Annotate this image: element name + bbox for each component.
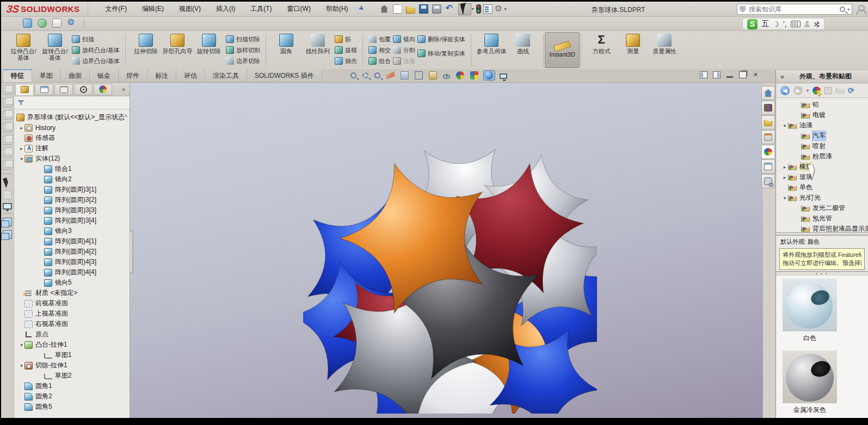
close-icon[interactable] xyxy=(752,71,760,78)
ribbon-button[interactable]: 拔模 xyxy=(335,45,357,55)
graphics-viewport[interactable] xyxy=(130,83,763,418)
dropdown-caret-icon[interactable]: ▾ xyxy=(504,7,507,11)
ribbon-button[interactable]: Σ 方程式 xyxy=(586,32,617,68)
save-icon[interactable] xyxy=(418,3,430,15)
ribbon-button[interactable]: 参考几何体 xyxy=(476,32,507,68)
featuremanager-tab-icon[interactable] xyxy=(15,84,34,95)
restore-icon[interactable] xyxy=(739,71,747,78)
ribbon-button[interactable]: 抽壳 xyxy=(335,56,357,66)
ribbon-button[interactable]: 曲线 xyxy=(507,32,539,68)
expander-icon[interactable] xyxy=(19,156,24,162)
tree-item[interactable]: 阵列(圆周)4[2] xyxy=(14,247,130,257)
tree-item[interactable]: 实体(12) xyxy=(14,153,130,164)
command-tab[interactable]: 特征 xyxy=(3,69,32,82)
ime-wrench-icon[interactable]: ⚒ xyxy=(812,21,821,27)
history-caret-icon[interactable]: ▾ xyxy=(807,88,809,93)
ime-punctuation-icon[interactable]: ’, xyxy=(783,20,787,28)
appearance-tree-item[interactable]: 喷射 xyxy=(776,141,868,151)
appearance-tree-item[interactable]: 铅 xyxy=(776,100,868,110)
appearance-tree-item[interactable]: 汽车 xyxy=(776,131,868,141)
hide-show-items-icon[interactable] xyxy=(428,71,439,80)
appearance-preview-sphere[interactable] xyxy=(783,279,837,331)
ghost-cube-icon-2[interactable] xyxy=(3,98,12,107)
tree-item[interactable]: 圆角2 xyxy=(14,391,130,402)
ribbon-button[interactable]: 异型孔向导 xyxy=(162,32,193,68)
command-tab[interactable]: 曲面 xyxy=(61,69,90,82)
tree-item[interactable]: 阵列(圆周)4[3] xyxy=(14,257,130,267)
ribbon-button[interactable]: 旋转切除 xyxy=(193,32,225,68)
appearance-tree-item[interactable]: 氖光管 xyxy=(776,213,868,224)
select-tool-button[interactable]: ▾ xyxy=(457,2,475,16)
menu-item[interactable]: 视图(V) xyxy=(171,2,208,16)
panel-splitter-handle[interactable] xyxy=(130,231,133,273)
ghost-cube-icon-6[interactable] xyxy=(3,149,12,157)
section-view-icon[interactable] xyxy=(385,71,396,80)
ribbon-button[interactable]: 扫描 xyxy=(72,34,120,44)
menu-item[interactable]: 窗口(W) xyxy=(280,2,318,16)
tree-root-item[interactable]: 异形球体 (默认<<默认>_显示状态 1 ^ xyxy=(14,112,130,122)
ribbon-button[interactable]: 拉伸凸台/基体 xyxy=(8,32,39,68)
menu-item[interactable]: 帮助(H) xyxy=(318,2,356,16)
view-palette-tab-icon[interactable] xyxy=(761,130,775,144)
ghost-cube-icon-1[interactable] xyxy=(3,86,12,95)
timer-tool-icon[interactable] xyxy=(38,19,47,28)
expander-icon[interactable] xyxy=(19,342,24,348)
ribbon-button[interactable]: 连接 xyxy=(393,56,415,66)
ribbon-button[interactable]: 旋转凸台/基体 xyxy=(39,32,71,68)
ghost-cube-icon-3[interactable] xyxy=(3,111,12,120)
tree-item[interactable]: 前视基准面 xyxy=(14,298,130,309)
ime-mode-label[interactable]: 五 xyxy=(761,19,769,29)
tree-item[interactable]: 镜向2 xyxy=(14,174,130,184)
ribbon-button[interactable]: 组合 xyxy=(368,56,391,66)
tab-overflow-arrow[interactable]: > xyxy=(122,86,128,93)
tree-scroll-up-icon[interactable]: ^ xyxy=(125,114,130,120)
sketch-tool-icon[interactable] xyxy=(23,19,32,28)
design-library-tab-icon[interactable] xyxy=(761,101,775,115)
display-style-icon[interactable] xyxy=(414,71,424,80)
command-tab[interactable]: SOLIDWORKS 插件 xyxy=(247,69,322,82)
tree-item[interactable]: 圆角5 xyxy=(14,402,130,412)
ribbon-button[interactable]: 边界凸台/基体 xyxy=(72,56,120,66)
ribbon-button[interactable]: 相交 xyxy=(368,45,391,55)
ribbon-button[interactable]: 分割 xyxy=(393,45,415,55)
user-account-icon[interactable] xyxy=(857,5,864,14)
separator[interactable] xyxy=(3,213,13,214)
new-file-icon[interactable] xyxy=(392,3,404,15)
tree-item[interactable]: 右视基准面 xyxy=(14,319,130,329)
ribbon-button[interactable]: 删除/保留实体 xyxy=(417,34,465,44)
expander-icon[interactable] xyxy=(19,363,24,368)
filter-funnel-icon[interactable] xyxy=(17,100,24,105)
pin-menu-icon[interactable]: ➤ xyxy=(356,3,368,15)
tree-item[interactable]: 阵列(圆周)3[2] xyxy=(14,195,130,205)
command-tab[interactable]: 评估 xyxy=(176,69,205,82)
command-tab[interactable]: 钣金 xyxy=(90,69,119,82)
search-input[interactable] xyxy=(748,5,838,14)
tree-item[interactable]: 草图1 xyxy=(14,350,130,360)
ribbon-button[interactable]: 质量属性 xyxy=(649,32,680,68)
tree-item[interactable]: 材质 <未指定> xyxy=(14,288,130,298)
appearance-tree-item[interactable]: 电镀 xyxy=(776,110,868,120)
annotation-views-icon[interactable] xyxy=(399,71,410,80)
search-icon[interactable] xyxy=(840,7,845,12)
back-icon[interactable]: ◀ xyxy=(780,86,790,95)
menu-item[interactable]: 工具(T) xyxy=(243,2,279,16)
tree-item[interactable]: 草图2 xyxy=(14,371,130,381)
tree-item[interactable]: 阵列(圆周)4[4] xyxy=(14,267,130,278)
refresh-icon[interactable]: ⟳ xyxy=(848,86,854,95)
expander-icon[interactable] xyxy=(781,195,788,201)
model-3d[interactable] xyxy=(303,147,597,414)
appearance-tree-item[interactable]: 橡胶 xyxy=(776,162,868,172)
options-list-button[interactable] xyxy=(482,3,494,15)
ribbon-button[interactable]: 圆角 xyxy=(270,32,302,68)
expander-icon[interactable] xyxy=(19,146,24,151)
home-icon[interactable] xyxy=(379,3,391,15)
menu-item[interactable]: 编辑(E) xyxy=(134,2,171,16)
edit-appearance-icon[interactable] xyxy=(455,71,466,80)
forum-tab-icon[interactable] xyxy=(761,174,775,188)
open-file-icon[interactable] xyxy=(405,3,417,15)
view-settings-icon[interactable] xyxy=(498,72,509,79)
knowledge-search[interactable]: ▾ xyxy=(737,4,852,15)
copy-bodies-icon-2[interactable] xyxy=(3,230,12,239)
expander-icon[interactable] xyxy=(19,125,24,131)
solidworks-resources-tab-icon[interactable] xyxy=(761,86,775,100)
